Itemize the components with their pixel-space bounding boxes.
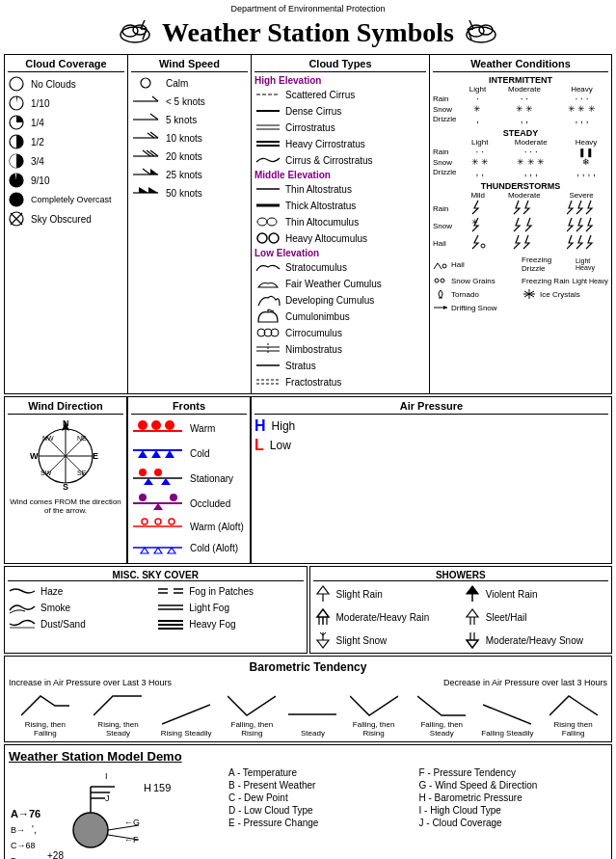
svg-point-69 [441,279,444,282]
svg-point-111 [169,519,174,524]
cloud-coverage-list: No Clouds 1/10 [8,75,124,228]
wc-drifting-snow: Drifting Snow [433,302,520,313]
baro-item-2: Rising Steadily [160,700,213,738]
demo-title: Weather Station Model Demo [9,749,607,764]
svg-text:I: I [105,771,108,781]
wind-3: 10 knots [131,130,248,146]
svg-line-26 [150,114,158,120]
svg-point-110 [155,519,161,524]
showers-title: SHOWERS [313,570,609,581]
svg-point-64 [481,244,485,248]
cloud-label-2: 1/4 [31,118,44,128]
ct-3: Heavy Cirrostratus [254,136,426,151]
pressure-high-label: High [272,419,296,433]
baro-item-7: Falling Steadily [481,700,534,738]
wind-symbol-3 [131,130,160,146]
wind-symbol-0 [131,75,160,91]
svg-text:SE: SE [77,470,87,476]
high-elevation-label: High Elevation [254,75,426,86]
legend-d: D - Low Cloud Type [228,805,417,816]
svg-text:J: J [105,793,110,803]
title-text: Weather Station Symbols [162,17,454,48]
wc-hail: Hail [433,255,520,273]
cloud-symbol-3 [8,133,25,150]
svg-line-32 [147,150,154,156]
cloud-symbol-0 [8,75,25,93]
wind-4: 20 knots [131,148,248,164]
pressure-h-symbol: H [254,417,266,435]
svg-text:159: 159 [153,782,171,793]
misc-dust: Dust/Sand [8,617,154,631]
ct-14: Nimbostratus [254,341,426,357]
baro-left-header: Increase in Air Pressure over Last 3 Hou… [9,678,172,687]
svg-text:C→68: C→68 [11,841,36,850]
wind-speed-list: Calm < 5 knots [131,75,248,201]
showers-section: SHOWERS Slight Rain Violent Rain [309,566,613,654]
wind-symbol-2 [131,112,160,127]
weather-conditions-section: Weather Conditions INTERMITTENT Light Mo… [430,55,611,393]
misc-smoke: Smoke [8,601,154,614]
cloud-types-title: Cloud Types [254,58,426,72]
baro-item-0: Rising, then Falling [13,691,76,738]
ct-2: Cirrostratus [254,120,426,135]
ct-10: Fair Weather Cumulus [254,276,426,291]
svg-text:A→76: A→76 [11,808,40,819]
cloud-4: 3/4 [8,152,124,170]
ct-16: Fractostratus [254,374,426,389]
main-title: Weather Station Symbols [4,15,612,50]
wc-snow-grains: Snow Grains [433,275,520,286]
wind-speed-title: Wind Speed [131,58,248,72]
barometric-tendency-section: Barometric Tendency Increase in Air Pres… [4,656,612,742]
svg-line-31 [150,150,158,156]
cloud-symbol-1 [8,94,25,112]
svg-line-53 [268,309,274,311]
ct-13: Cirrocumulus [254,325,426,340]
svg-point-12 [10,77,23,91]
baro-item-6: Falling, then Steady [413,691,470,738]
title-icon-left [116,15,154,50]
svg-line-24 [152,96,158,101]
high-elevation-list: Scattered Cirrus Dense Cirrus Cirrostrat… [254,87,426,168]
cloud-label-6: Completely Overcast [31,195,112,204]
front-cold: Cold [131,443,247,464]
baro-item-3: Falling, then Rising [223,691,281,738]
misc-heavy-fog: Heavy Fog [156,617,303,631]
wc-tornado: Tornado [433,288,520,300]
wind-direction-title: Wind Direction [8,400,123,415]
svg-marker-35 [150,169,158,174]
svg-point-105 [139,494,147,501]
svg-marker-113 [141,548,148,553]
wc-ice-crystals: Ice Crystals [522,288,608,300]
svg-marker-76 [443,306,447,309]
demo-model: A→76 B→ ', C→68 H 159 I J ←G [9,767,221,859]
svg-text:H: H [144,782,151,793]
demo-legend: A - Temperature F - Pressure Tendency B … [228,767,607,859]
wind-label-3: 10 knots [166,133,202,144]
demo-model-svg: A→76 B→ ', C→68 H 159 I J ←G [9,767,211,859]
svg-point-100 [139,469,147,476]
wind-symbol-6 [131,185,160,201]
svg-line-36 [143,169,150,174]
ct-6: Thick Altostratus [254,198,426,213]
svg-line-65 [434,263,438,269]
wind-0: Calm [131,75,248,91]
svg-point-18 [10,193,23,206]
svg-marker-98 [165,450,174,458]
svg-marker-126 [317,586,329,594]
pressure-l-symbol: L [254,437,264,454]
svg-point-93 [151,420,161,430]
svg-point-92 [138,420,147,430]
cloud-1: 1/10 [8,94,124,112]
front-cold-aloft: Cold (Aloft) [131,539,247,556]
intermittent-section: INTERMITTENT Light Moderate Heavy Rain ·… [433,75,608,124]
ct-11: Developing Cumulus [254,292,426,308]
svg-text:W: W [30,451,39,461]
dept-label: Department of Environmental Protection [230,4,385,13]
legend-h: H - Barometric Pressure [419,792,608,803]
svg-text:N: N [63,418,69,428]
title-icon-right [462,15,500,50]
svg-point-50 [257,233,267,243]
fronts-section: Fronts Warm Cold [127,396,251,564]
svg-marker-137 [317,640,329,648]
svg-point-49 [267,218,277,226]
